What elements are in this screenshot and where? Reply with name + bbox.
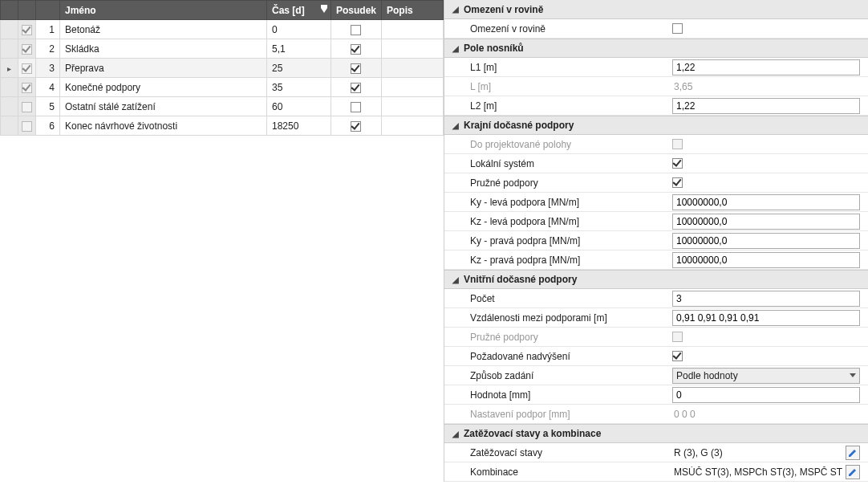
collapse-icon: ◢ [448,275,464,284]
row-enable-checkbox[interactable] [22,83,32,93]
chevron-down-icon [850,373,856,377]
proj-checkbox [672,139,683,149]
row-assess-checkbox[interactable] [351,83,361,93]
row-time[interactable]: 18250 [266,116,331,136]
edit-load-cases-button[interactable] [846,446,860,460]
row-desc[interactable] [382,20,444,39]
table-header-row: Jméno Čas [d] Posudek Popis [1,1,444,20]
required-rise-checkbox[interactable] [672,351,683,361]
row-desc[interactable] [382,116,444,136]
collapse-icon: ◢ [448,44,464,53]
row-name[interactable]: Betonáž [60,20,267,39]
combinations-value: MSÚČ ST(3), MSPCh ST(3), MSPČ ST [672,466,842,478]
value-input[interactable] [672,387,860,403]
row-time[interactable]: 0 [266,20,331,39]
section-outer-supports[interactable]: ◢Krajní dočasné podpory [444,116,868,135]
row-name[interactable]: Konec návrhové životnosti [60,116,267,136]
row-number: 3 [36,59,60,78]
row-assess-checkbox[interactable] [351,63,361,74]
row-name[interactable]: Přeprava [60,59,267,78]
row-number: 4 [36,78,60,97]
col-name[interactable]: Jméno [60,1,267,20]
filter-icon[interactable] [321,8,327,13]
row-assess-checkbox[interactable] [351,102,361,112]
load-cases-value: R (3), G (3) [672,447,842,458]
row-number: 1 [36,20,60,39]
col-assess[interactable]: Posudek [331,1,381,20]
plane-checkbox[interactable] [672,23,683,34]
row-enable-checkbox[interactable] [22,25,32,35]
section-plane-restriction[interactable]: ◢Omezení v rovině [444,0,868,19]
row-name[interactable]: Skládka [60,39,267,59]
count-input[interactable] [672,291,860,307]
row-time[interactable]: 35 [266,78,331,97]
phases-table: Jméno Čas [d] Posudek Popis 1Betonáž02Sk… [0,0,444,482]
col-time[interactable]: Čas [d] [266,1,331,20]
l-length-value: 3,65 [672,81,692,92]
row-time[interactable]: 25 [266,59,331,78]
row-time[interactable]: 5,1 [266,39,331,59]
row-number: 6 [36,116,60,136]
row-time[interactable]: 60 [266,97,331,116]
inner-spring-checkbox [672,332,683,342]
ky-left-input[interactable] [672,194,860,210]
ky-right-input[interactable] [672,233,860,249]
row-enable-checkbox[interactable] [22,102,32,112]
l1-input[interactable] [672,59,860,75]
local-system-checkbox[interactable] [672,158,683,169]
support-settings-value: 0 0 0 [672,409,696,420]
table-row[interactable]: 5Ostatní stálé zatížení60 [1,97,444,116]
row-desc[interactable] [382,39,444,59]
collapse-icon: ◢ [448,121,464,130]
row-selector-icon [7,63,11,74]
properties-panel: ◢Omezení v rovině Omezení v rovině ◢Pole… [444,0,868,482]
kz-left-input[interactable] [672,214,860,230]
row-assess-checkbox[interactable] [351,25,361,35]
table-row[interactable]: 2Skládka5,1 [1,39,444,59]
col-desc[interactable]: Popis [382,1,444,20]
edit-combinations-button[interactable] [846,465,860,479]
row-enable-checkbox[interactable] [22,44,32,55]
row-assess-checkbox[interactable] [351,121,361,132]
table-row[interactable]: 3Přeprava25 [1,59,444,78]
table-row[interactable]: 1Betonáž0 [1,20,444,39]
input-mode-select[interactable]: Podle hodnoty [672,368,860,384]
section-load-cases[interactable]: ◢Zatěžovací stavy a kombinace [444,424,868,443]
row-desc[interactable] [382,97,444,116]
row-number: 5 [36,97,60,116]
section-girder-field[interactable]: ◢Pole nosníků [444,39,868,58]
table-row[interactable]: 6Konec návrhové životnosti18250 [1,116,444,136]
row-enable-checkbox[interactable] [22,121,32,132]
l-length-label: L [m] [444,81,669,92]
table-row[interactable]: 4Konečné podpory35 [1,78,444,97]
row-name[interactable]: Ostatní stálé zatížení [60,97,267,116]
row-assess-checkbox[interactable] [351,44,361,55]
prop-plane-restriction: Omezení v rovině [444,19,868,39]
kz-right-input[interactable] [672,252,860,268]
row-desc[interactable] [382,78,444,97]
row-name[interactable]: Konečné podpory [60,78,267,97]
l2-input[interactable] [672,98,860,114]
row-enable-checkbox[interactable] [22,63,32,74]
collapse-icon: ◢ [448,5,464,14]
row-desc[interactable] [382,59,444,78]
spring-supports-checkbox[interactable] [672,177,683,188]
section-inner-supports[interactable]: ◢Vnitřní dočasné podpory [444,270,868,289]
row-number: 2 [36,39,60,59]
collapse-icon: ◢ [448,430,464,438]
distances-input[interactable] [672,310,860,326]
